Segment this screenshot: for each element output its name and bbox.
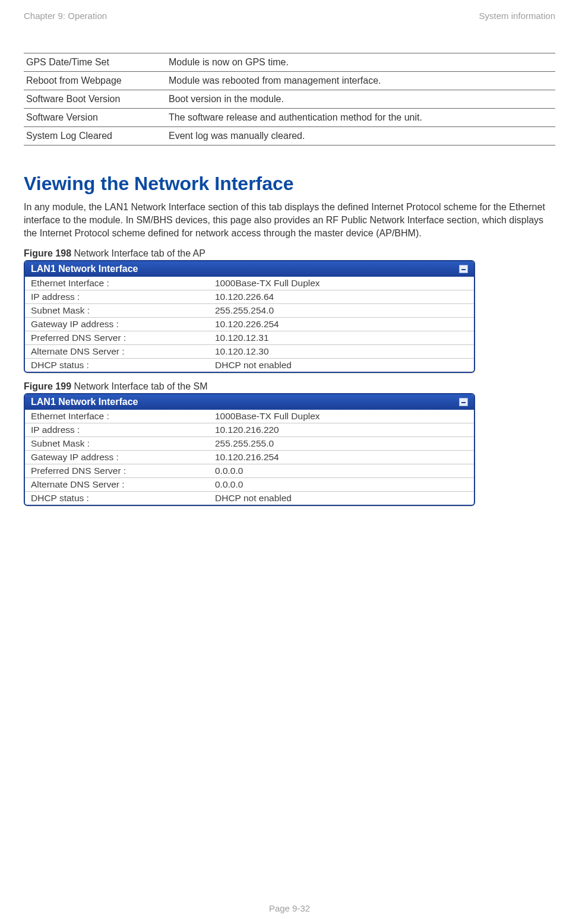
- field-label: DHCP status :: [25, 359, 209, 372]
- table-row: Ethernet Interface :1000Base-TX Full Dup…: [25, 410, 474, 423]
- section-heading: Viewing the Network Interface: [24, 173, 555, 195]
- field-label: DHCP status :: [25, 492, 209, 505]
- table-row: Ethernet Interface :1000Base-TX Full Dup…: [25, 277, 474, 290]
- table-row: Preferred DNS Server :10.120.12.31: [25, 331, 474, 345]
- figure-caption: Figure 198 Network Interface tab of the …: [24, 248, 555, 259]
- term: System Log Cleared: [24, 127, 166, 145]
- desc: The software release and authentication …: [166, 109, 555, 127]
- table-row: System Log Cleared Event log was manuall…: [24, 127, 555, 145]
- table-row: Alternate DNS Server :0.0.0.0: [25, 478, 474, 492]
- term: Reboot from Webpage: [24, 72, 166, 90]
- table-row: Reboot from Webpage Module was rebooted …: [24, 72, 555, 90]
- field-label: Gateway IP address :: [25, 318, 209, 331]
- field-label: Ethernet Interface :: [25, 410, 209, 423]
- figure-text: Network Interface tab of the AP: [71, 248, 205, 258]
- field-value: 255.255.254.0: [209, 304, 474, 318]
- field-label: IP address :: [25, 290, 209, 304]
- figure-number: Figure 199: [24, 381, 71, 391]
- field-label: Subnet Mask :: [25, 304, 209, 318]
- field-value: DHCP not enabled: [209, 492, 474, 505]
- field-value: 10.120.12.30: [209, 345, 474, 359]
- panel-title: LAN1 Network Interface: [31, 397, 138, 407]
- field-value: 10.120.226.254: [209, 318, 474, 331]
- table-row: IP address :10.120.216.220: [25, 423, 474, 437]
- table-row: GPS Date/Time Set Module is now on GPS t…: [24, 53, 555, 72]
- table-row: Software Boot Version Boot version in th…: [24, 90, 555, 109]
- field-value: 10.120.226.64: [209, 290, 474, 304]
- field-value: DHCP not enabled: [209, 359, 474, 372]
- collapse-icon[interactable]: [459, 398, 468, 406]
- desc: Module is now on GPS time.: [166, 53, 555, 72]
- collapse-icon[interactable]: [459, 265, 468, 273]
- field-value: 255.255.255.0: [209, 437, 474, 451]
- network-interface-panel-ap: LAN1 Network Interface Ethernet Interfac…: [24, 260, 475, 373]
- field-value: 1000Base-TX Full Duplex: [209, 410, 474, 423]
- field-label: Gateway IP address :: [25, 451, 209, 464]
- desc: Boot version in the module.: [166, 90, 555, 109]
- section-body: In any module, the LAN1 Network Interfac…: [24, 201, 555, 240]
- page-footer: Page 9-32: [0, 903, 579, 913]
- field-value: 0.0.0.0: [209, 478, 474, 492]
- table-row: Preferred DNS Server :0.0.0.0: [25, 464, 474, 478]
- figure-caption: Figure 199 Network Interface tab of the …: [24, 381, 555, 392]
- header-right: System information: [479, 11, 555, 21]
- panel-table: Ethernet Interface :1000Base-TX Full Dup…: [25, 277, 474, 372]
- network-interface-panel-sm: LAN1 Network Interface Ethernet Interfac…: [24, 393, 475, 506]
- field-value: 10.120.216.220: [209, 423, 474, 437]
- field-value: 10.120.216.254: [209, 451, 474, 464]
- term: Software Boot Version: [24, 90, 166, 109]
- field-label: Alternate DNS Server :: [25, 345, 209, 359]
- table-row: DHCP status :DHCP not enabled: [25, 492, 474, 505]
- field-label: Preferred DNS Server :: [25, 464, 209, 478]
- table-row: Subnet Mask :255.255.255.0: [25, 437, 474, 451]
- field-value: 1000Base-TX Full Duplex: [209, 277, 474, 290]
- header-left: Chapter 9: Operation: [24, 11, 107, 21]
- page-header: Chapter 9: Operation System information: [24, 11, 555, 21]
- table-row: IP address :10.120.226.64: [25, 290, 474, 304]
- table-row: Alternate DNS Server :10.120.12.30: [25, 345, 474, 359]
- field-label: Preferred DNS Server :: [25, 331, 209, 345]
- field-label: Ethernet Interface :: [25, 277, 209, 290]
- field-value: 10.120.12.31: [209, 331, 474, 345]
- panel-table: Ethernet Interface :1000Base-TX Full Dup…: [25, 410, 474, 505]
- figure-number: Figure 198: [24, 248, 71, 258]
- definition-table: GPS Date/Time Set Module is now on GPS t…: [24, 53, 555, 145]
- term: Software Version: [24, 109, 166, 127]
- table-row: Subnet Mask :255.255.254.0: [25, 304, 474, 318]
- panel-header[interactable]: LAN1 Network Interface: [25, 261, 474, 277]
- table-row: Gateway IP address :10.120.226.254: [25, 318, 474, 331]
- field-label: IP address :: [25, 423, 209, 437]
- panel-title: LAN1 Network Interface: [31, 264, 138, 274]
- desc: Module was rebooted from management inte…: [166, 72, 555, 90]
- field-label: Subnet Mask :: [25, 437, 209, 451]
- field-label: Alternate DNS Server :: [25, 478, 209, 492]
- table-row: Gateway IP address :10.120.216.254: [25, 451, 474, 464]
- figure-text: Network Interface tab of the SM: [71, 381, 207, 391]
- table-row: Software Version The software release an…: [24, 109, 555, 127]
- term: GPS Date/Time Set: [24, 53, 166, 72]
- table-row: DHCP status :DHCP not enabled: [25, 359, 474, 372]
- desc: Event log was manually cleared.: [166, 127, 555, 145]
- field-value: 0.0.0.0: [209, 464, 474, 478]
- panel-header[interactable]: LAN1 Network Interface: [25, 394, 474, 410]
